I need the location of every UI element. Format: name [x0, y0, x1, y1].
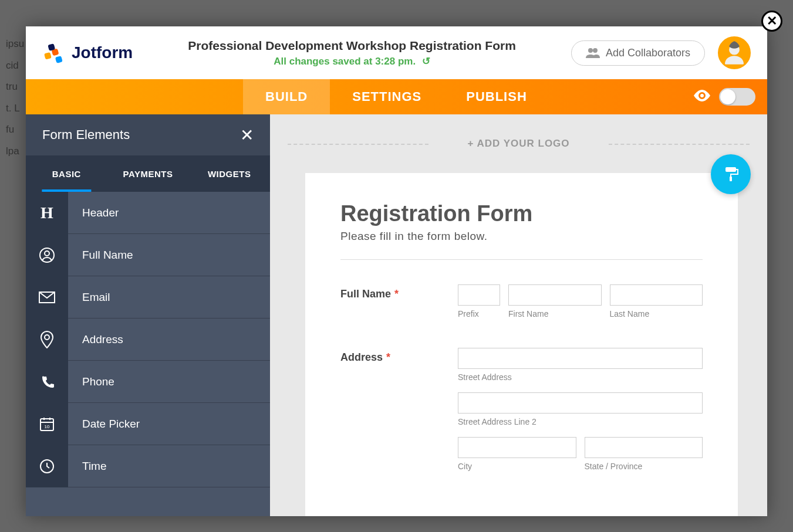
prefix-input[interactable] [458, 284, 500, 306]
logo-text: Jotform [72, 43, 133, 62]
phone-icon [26, 361, 68, 403]
sidebar: Form Elements ✕ BASIC PAYMENTS WIDGETS H… [26, 114, 270, 516]
firstname-input[interactable] [508, 284, 602, 306]
add-collaborators-button[interactable]: Add Collaborators [571, 40, 705, 66]
city-input[interactable] [458, 437, 576, 458]
svg-point-8 [700, 94, 704, 97]
svg-rect-0 [44, 52, 52, 60]
person-icon [26, 234, 68, 276]
form-subheading[interactable]: Please fill in the form below. [340, 230, 703, 243]
svg-point-12 [45, 335, 49, 340]
street1-input[interactable] [458, 348, 703, 369]
divider [340, 259, 703, 260]
lastname-input[interactable] [610, 284, 703, 306]
address-field[interactable]: Address* Street Address Street Address L… [340, 348, 703, 471]
element-fullname[interactable]: Full Name [26, 234, 270, 276]
element-email[interactable]: Email [26, 276, 270, 318]
city-sublabel: City [458, 462, 576, 471]
svg-point-4 [588, 48, 593, 53]
mail-icon [26, 276, 68, 318]
element-phone[interactable]: Phone [26, 361, 270, 403]
sidebar-tab-basic[interactable]: BASIC [26, 155, 107, 192]
save-status: All changes saved at 3:28 pm. ↺ [133, 55, 571, 67]
clock-icon [26, 445, 68, 487]
address-label: Address* [340, 348, 458, 471]
element-address[interactable]: Address [26, 318, 270, 361]
elements-list: H Header Full Name Email Address P [26, 192, 270, 516]
svg-rect-3 [55, 56, 63, 63]
state-input[interactable] [585, 437, 703, 458]
element-header[interactable]: H Header [26, 192, 270, 234]
logo-icon [42, 40, 67, 65]
sidebar-title: Form Elements [42, 127, 130, 143]
fullname-label: Full Name* [340, 284, 458, 318]
prefix-sublabel: Prefix [458, 309, 500, 318]
street2-sublabel: Street Address Line 2 [458, 417, 703, 426]
tab-build[interactable]: BUILD [243, 79, 330, 114]
collaborators-icon [586, 48, 600, 58]
svg-point-10 [45, 251, 49, 256]
header-icon: H [26, 192, 68, 234]
pin-icon [26, 318, 68, 361]
close-sidebar-button[interactable]: ✕ [240, 126, 254, 145]
svg-point-5 [593, 48, 598, 53]
svg-text:10: 10 [45, 424, 50, 429]
undo-icon[interactable]: ↺ [422, 55, 430, 67]
fullname-field[interactable]: Full Name* Prefix First Name [340, 284, 703, 318]
paint-roller-icon [722, 165, 740, 183]
element-datepicker[interactable]: 10 Date Picker [26, 403, 270, 445]
form-info: Professional Development Workshop Regist… [133, 38, 571, 67]
svg-rect-17 [730, 177, 732, 181]
form-builder-modal: Jotform Professional Development Worksho… [26, 26, 767, 516]
element-time[interactable]: Time [26, 445, 270, 487]
svg-rect-16 [725, 167, 736, 172]
preview-icon[interactable] [693, 89, 711, 105]
form-canvas: + ADD YOUR LOGO Registration Form Please… [270, 114, 767, 516]
street2-input[interactable] [458, 392, 703, 414]
sidebar-tab-payments[interactable]: PAYMENTS [107, 155, 189, 192]
form-title[interactable]: Professional Development Workshop Regist… [133, 38, 571, 53]
jotform-logo[interactable]: Jotform [42, 40, 133, 65]
close-modal-button[interactable]: ✕ [761, 11, 782, 32]
topbar: Jotform Professional Development Worksho… [26, 26, 767, 79]
calendar-icon: 10 [26, 403, 68, 445]
state-sublabel: State / Province [585, 462, 703, 471]
tab-settings[interactable]: SETTINGS [330, 79, 444, 114]
main-navbar: BUILD SETTINGS PUBLISH [26, 79, 767, 114]
form-preview: Registration Form Please fill in the for… [305, 173, 738, 516]
theme-roller-button[interactable] [711, 154, 751, 194]
firstname-sublabel: First Name [508, 309, 602, 318]
preview-toggle[interactable] [719, 88, 755, 106]
sidebar-tab-widgets[interactable]: WIDGETS [188, 155, 270, 192]
tab-publish[interactable]: PUBLISH [444, 79, 549, 114]
street1-sublabel: Street Address [458, 372, 703, 382]
user-avatar[interactable] [718, 36, 751, 69]
form-heading[interactable]: Registration Form [340, 201, 703, 226]
lastname-sublabel: Last Name [610, 309, 703, 318]
add-logo-placeholder[interactable]: + ADD YOUR LOGO [270, 138, 767, 150]
